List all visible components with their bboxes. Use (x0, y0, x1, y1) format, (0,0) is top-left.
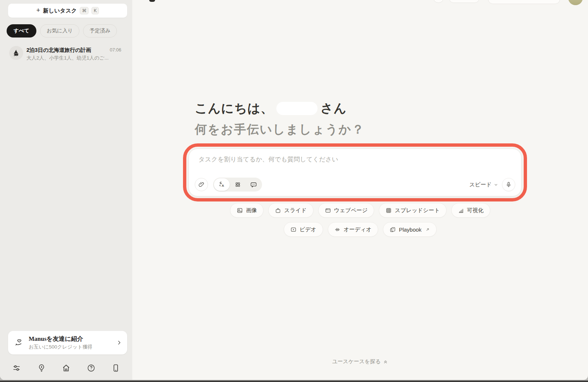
video-icon (290, 226, 297, 233)
audio-icon (334, 226, 341, 233)
filter-favorites[interactable]: お気に入り (40, 24, 79, 38)
user-avatar[interactable] (568, 0, 583, 5)
chip-video[interactable]: ビデオ (284, 222, 323, 237)
chip-webpage[interactable]: ウェブページ (318, 203, 374, 218)
lightbulb-icon[interactable] (37, 363, 46, 373)
chevron-right-icon (116, 340, 122, 346)
filter-all[interactable]: すべて (7, 24, 36, 38)
greeting: こんにちは、 さん 何をお手伝いしましょうか？ (195, 100, 365, 138)
svg-text:A: A (222, 184, 224, 188)
capability-chips-row-1: 画像 スライド ウェブページ (132, 203, 588, 218)
paperclip-icon (198, 181, 205, 188)
webpage-icon (325, 207, 331, 214)
composer: A (189, 149, 521, 196)
top-right-button[interactable] (449, 0, 479, 3)
greeting-prefix: こんにちは、 (195, 100, 273, 117)
referral-subtitle: お互いに500クレジット獲得 (29, 344, 93, 350)
task-title: 2泊3日の北海道旅行の計画 (26, 47, 111, 54)
mode-switcher: A (213, 178, 262, 192)
task-filters: すべて お気に入り 予定済み (7, 24, 117, 38)
task-input[interactable] (198, 154, 507, 165)
arrow-up-right-icon (425, 227, 430, 232)
sidebar-footer (12, 363, 121, 373)
double-chevron-up-icon (383, 359, 388, 364)
app-window: + 新しいタスク ⌘ K すべて お気に入り 予定済み 2泊3日の北海道旅行の計… (0, 0, 588, 380)
plus-icon: + (36, 7, 40, 14)
chip-playbook[interactable]: Playbook (383, 222, 437, 237)
chip-image[interactable]: 画像 (230, 203, 263, 218)
microphone-button[interactable] (502, 178, 515, 191)
chart-icon (458, 207, 464, 214)
task-subtitle: 大人2人、小学生1人、幼児1人のご... (26, 55, 123, 61)
home-icon[interactable] (61, 363, 71, 373)
speed-label: スピード (469, 181, 492, 188)
manus-logo-sliver (149, 0, 155, 2)
task-time: 07:06 (110, 47, 121, 53)
window-bottom-edge (0, 381, 588, 382)
microphone-icon (505, 181, 512, 188)
referral-card[interactable]: Manusを友達に紹介 お互いに500クレジット獲得 (8, 331, 127, 354)
redacted-username (276, 102, 318, 115)
slides-icon (275, 207, 281, 214)
speed-mode-selector[interactable]: スピード (469, 181, 498, 188)
explore-label: ユースケースを探る (332, 358, 381, 365)
referral-title: Manusを友達に紹介 (29, 335, 83, 343)
top-right-icon-button[interactable] (433, 0, 444, 3)
explore-use-cases[interactable]: ユースケースを探る (132, 358, 588, 365)
chat-mode-icon[interactable] (245, 178, 261, 191)
task-list-item[interactable]: 2泊3日の北海道旅行の計画 07:06 大人2人、小学生1人、幼児1人のご... (4, 43, 129, 65)
hand-heart-icon (15, 338, 24, 347)
attach-button[interactable] (195, 178, 208, 191)
capability-chips-row-2: ビデオ オーディオ Playbook (132, 222, 588, 237)
chip-slides[interactable]: スライド (268, 203, 313, 218)
new-task-button[interactable]: + 新しいタスク ⌘ K (8, 4, 127, 18)
help-icon[interactable] (86, 363, 96, 373)
composer-toolbar: A (195, 178, 515, 192)
adaptive-mode-icon[interactable]: A (214, 178, 230, 191)
chip-audio[interactable]: オーディオ (328, 222, 378, 237)
top-right-wide-button[interactable] (488, 0, 560, 4)
playbook-icon (390, 226, 396, 233)
spreadsheet-icon (386, 207, 392, 214)
chip-visualization[interactable]: 可視化 (451, 203, 490, 218)
settings-sliders-icon[interactable] (12, 363, 21, 373)
sailboat-icon (9, 46, 23, 60)
greeting-suffix: さん (320, 100, 347, 117)
k-keycap: K (92, 7, 99, 14)
image-icon (237, 207, 243, 214)
greeting-question: 何をお手伝いしましょうか？ (195, 121, 365, 138)
command-keycap: ⌘ (80, 7, 89, 14)
sidebar: + 新しいタスク ⌘ K すべて お気に入り 予定済み 2泊3日の北海道旅行の計… (0, 0, 132, 380)
chevron-down-icon (494, 182, 498, 187)
new-task-label: 新しいタスク (43, 7, 77, 14)
chip-spreadsheet[interactable]: スプレッドシート (379, 203, 446, 218)
filter-scheduled[interactable]: 予定済み (83, 24, 117, 38)
agent-mode-icon[interactable] (230, 178, 245, 191)
mobile-app-icon[interactable] (111, 363, 121, 373)
